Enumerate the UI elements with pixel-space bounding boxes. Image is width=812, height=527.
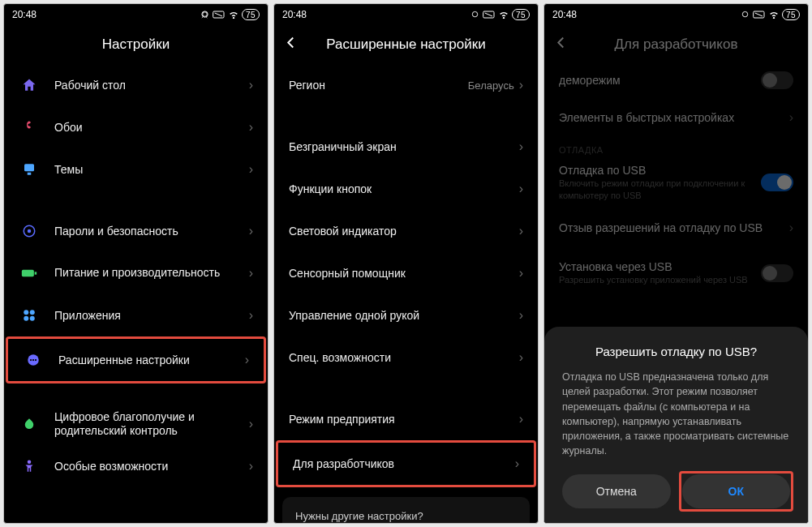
apps-icon [19, 305, 40, 326]
battery-box-icon [753, 11, 766, 19]
chevron-right-icon: › [249, 417, 253, 431]
dialog-scrim[interactable]: Разрешить отладку по USB? Отладка по USB… [544, 64, 808, 523]
svg-rect-6 [22, 270, 34, 276]
button-label: Отмена [596, 485, 637, 498]
dnd-icon [470, 11, 479, 19]
svg-point-10 [24, 316, 28, 321]
dialog-body: Отладка по USB предназначена только для … [562, 370, 790, 458]
dnd-icon [200, 11, 209, 19]
row-advanced[interactable]: Расширенные настройки › [8, 339, 264, 381]
battery-pill: 75 [242, 9, 260, 20]
footer-label: Нужны другие настройки? [295, 510, 423, 522]
row-label: Обои [54, 121, 249, 134]
row-buttons[interactable]: Функции кнопок› [274, 168, 538, 210]
row-value: Беларусь [468, 79, 514, 92]
status-bar: 20:48 75 [544, 4, 808, 25]
wifi-icon [499, 11, 509, 19]
chevron-right-icon: › [519, 350, 523, 365]
row-region[interactable]: Регион Беларусь › [274, 64, 538, 106]
svg-point-8 [24, 310, 28, 315]
battery-box-icon [213, 11, 226, 19]
page-title: Настройки [102, 36, 170, 53]
status-bar: 20:48 75 [274, 4, 538, 25]
svg-point-17 [472, 11, 477, 16]
chevron-right-icon: › [519, 412, 523, 426]
status-time: 20:48 [282, 9, 307, 20]
usb-debug-dialog: Разрешить отладку по USB? Отладка по USB… [544, 327, 808, 523]
chevron-right-icon: › [249, 120, 253, 135]
row-themes[interactable]: Темы › [4, 148, 268, 191]
status-right: 75 [470, 9, 530, 20]
chevron-right-icon: › [519, 182, 523, 196]
button-label: ОК [728, 485, 744, 498]
row-a11y[interactable]: Спец. возможности› [274, 336, 538, 379]
battery-pill: 75 [782, 9, 800, 20]
svg-point-20 [742, 11, 747, 16]
row-quickball[interactable]: Сенсорный помощник› [274, 252, 538, 294]
status-right: 75 [200, 9, 260, 20]
screen-advanced: 20:48 75 Расширенные настройки Регион Бе… [273, 3, 539, 524]
advanced-list[interactable]: Регион Беларусь › Безграничный экран› Фу… [274, 64, 538, 523]
header: Настройки [4, 25, 268, 64]
chevron-right-icon: › [249, 78, 253, 92]
wifi-icon [769, 11, 779, 19]
back-button[interactable] [554, 36, 569, 54]
row-fullscreen[interactable]: Безграничный экран› [274, 126, 538, 168]
settings-list[interactable]: Рабочий стол › Обои › Темы › Пароли и бе… [4, 64, 268, 523]
status-time: 20:48 [12, 9, 37, 20]
svg-point-13 [30, 359, 32, 361]
dialog-cancel-button[interactable]: Отмена [562, 474, 671, 508]
row-label: Управление одной рукой [289, 309, 519, 322]
themes-icon [19, 159, 40, 180]
row-label: Цифровое благополучие и родительский кон… [54, 410, 249, 439]
advanced-icon [23, 349, 44, 371]
dev-list: деморежим Элементы в быстрых настройках … [544, 64, 808, 523]
wallpaper-icon [19, 117, 40, 138]
battery-pill: 75 [512, 9, 530, 20]
svg-point-5 [28, 229, 32, 234]
screen-settings: 20:48 75 Настройки Рабочий стол › Обои ›… [3, 3, 269, 524]
row-security[interactable]: Пароли и безопасность › [4, 210, 268, 252]
svg-point-14 [32, 359, 34, 361]
accessibility-icon [19, 456, 40, 477]
row-label: Регион [289, 79, 468, 92]
row-wallpaper[interactable]: Обои › [4, 106, 268, 148]
header: Для разработчиков [544, 25, 808, 64]
row-apps[interactable]: Приложения › [4, 294, 268, 336]
back-button[interactable] [284, 36, 299, 54]
screen-devoptions: 20:48 75 Для разработчиков деморежим Эле… [543, 3, 809, 524]
wellbeing-icon [19, 413, 40, 435]
chevron-right-icon: › [249, 308, 253, 323]
chevron-right-icon: › [519, 224, 523, 238]
row-battery[interactable]: Питание и производительность › [4, 252, 268, 294]
row-enterprise[interactable]: Режим предприятия› [274, 398, 538, 440]
row-devoptions[interactable]: Для разработчиков› [278, 443, 534, 485]
row-accessibility[interactable]: Особые возможности › [4, 445, 268, 487]
chevron-right-icon: › [249, 224, 253, 238]
row-label: Функции кнопок [289, 182, 519, 195]
row-wellbeing[interactable]: Цифровое благополучие и родительский кон… [4, 403, 268, 445]
chevron-right-icon: › [519, 266, 523, 281]
status-bar: 20:48 75 [4, 4, 268, 25]
row-home[interactable]: Рабочий стол › [4, 64, 268, 106]
row-label: Питание и производительность [54, 266, 249, 281]
dnd-icon [741, 11, 750, 19]
row-led[interactable]: Световой индикатор› [274, 210, 538, 252]
lock-icon [19, 221, 40, 242]
row-label: Спец. возможности [289, 351, 519, 364]
svg-line-22 [755, 13, 763, 16]
row-label: Сенсорный помощник [289, 267, 519, 280]
battery-box-icon [483, 11, 496, 19]
svg-point-16 [28, 461, 32, 465]
dialog-ok-button[interactable]: ОК [682, 474, 791, 508]
status-right: 75 [741, 9, 800, 20]
footer-other-settings[interactable]: Нужны другие настройки? [282, 497, 530, 523]
chevron-right-icon: › [519, 139, 523, 154]
status-time: 20:48 [552, 9, 577, 20]
row-label: Темы [54, 163, 249, 176]
row-label: Рабочий стол [54, 79, 249, 92]
svg-line-19 [485, 13, 492, 16]
row-onehand[interactable]: Управление одной рукой› [274, 294, 538, 336]
wifi-icon [229, 11, 238, 19]
chevron-right-icon: › [519, 308, 523, 323]
